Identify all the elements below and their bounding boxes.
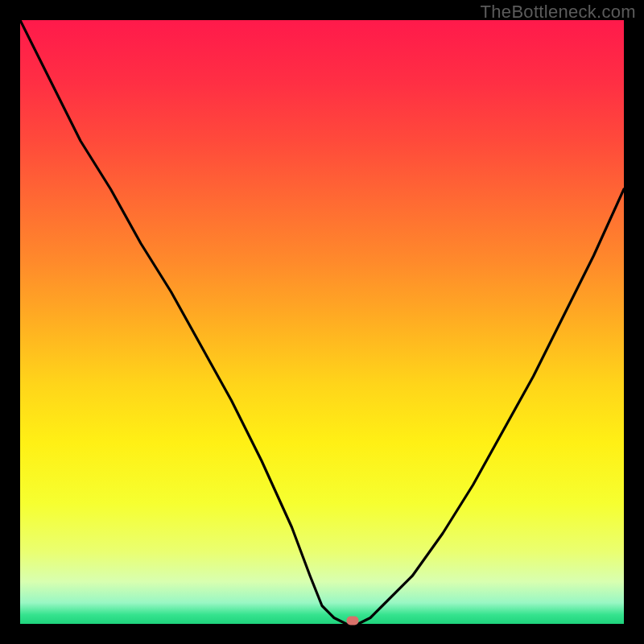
chart-frame: TheBottleneck.com [0,0,644,644]
plot-area [20,20,624,624]
bottleneck-chart [20,20,624,624]
gradient-background [20,20,624,624]
watermark-text: TheBottleneck.com [481,2,636,23]
optimal-point-marker [346,617,358,625]
